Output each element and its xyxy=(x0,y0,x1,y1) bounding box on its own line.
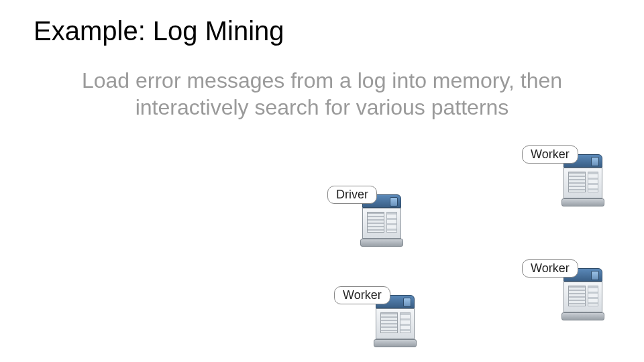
worker-label: Worker xyxy=(522,145,578,164)
worker-node: Worker xyxy=(376,295,415,347)
slide-subtitle: Load error messages from a log into memo… xyxy=(34,67,610,121)
worker-node: Worker xyxy=(564,268,602,320)
driver-node: Driver xyxy=(362,194,401,247)
driver-label: Driver xyxy=(327,186,377,204)
worker-label: Worker xyxy=(522,259,578,278)
slide: Example: Log Mining Load error messages … xyxy=(0,0,644,362)
slide-title: Example: Log Mining xyxy=(34,16,284,46)
worker-label: Worker xyxy=(334,286,390,304)
worker-node: Worker xyxy=(564,154,602,206)
